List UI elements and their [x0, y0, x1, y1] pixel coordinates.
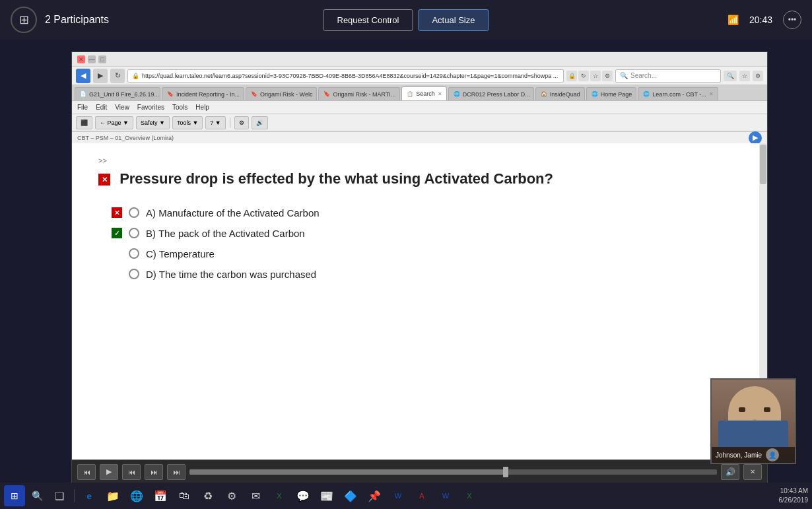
browser-minimize-button[interactable]: —	[88, 55, 96, 63]
answer-item-c[interactable]: C) Temperature	[112, 248, 741, 259]
media-fast-forward-button[interactable]: ⏭	[167, 464, 186, 480]
taskbar-search-button[interactable]: 🔍	[28, 487, 46, 505]
toolbar-safety-btn[interactable]: Safety ▼	[136, 116, 170, 129]
browser-toolbar: ⬛ ← Page ▼ Safety ▼ Tools ▼ ? ▼ ⚙ 🔊	[72, 114, 767, 131]
taskbar-news-icon[interactable]: 📰	[316, 485, 337, 506]
taskbar-xl-icon[interactable]: X	[459, 485, 480, 506]
toolbar-tools-btn[interactable]: Tools ▼	[172, 116, 203, 129]
toolbar-page-btn[interactable]: ← Page ▼	[95, 116, 133, 129]
media-rewind-button[interactable]: ⏮	[77, 464, 96, 480]
tab-favicon-homepage: 🌐	[591, 90, 599, 98]
tab-homepage[interactable]: 🌐 Home Page	[586, 87, 637, 100]
tab-close-search[interactable]: ✕	[438, 91, 442, 97]
app-logo: ⊞	[11, 7, 37, 33]
taskbar-folder-icon[interactable]: 📁	[102, 485, 123, 506]
taskbar-mail-icon[interactable]: ✉	[245, 485, 266, 506]
browser-content-area: >> ✕ Pressure drop is effected by the wh…	[72, 143, 767, 459]
media-volume-button[interactable]: 🔊	[721, 464, 739, 480]
browser-tabs: 📄 G21_Unit 8 Fire_6.26.19... 🔖 Incident …	[72, 85, 767, 101]
taskbar-blue-icon[interactable]: 🔷	[340, 485, 361, 506]
taskbar-chat-icon[interactable]: 💬	[292, 485, 314, 506]
scrollbar-thumb[interactable]	[760, 145, 766, 184]
taskbar-pin-icon[interactable]: 📌	[364, 485, 385, 506]
tab-origami-marti[interactable]: 🔖 Origami Risk - MARTI...	[318, 87, 400, 100]
tab-incident-reporting[interactable]: 🔖 Incident Reporting - In...	[162, 87, 244, 100]
fav-icon[interactable]: ☆	[739, 71, 750, 81]
browser-refresh-button[interactable]: ↻	[110, 69, 125, 83]
tab-origami-risk[interactable]: 🔖 Origami Risk - Welc	[246, 87, 317, 100]
tab-insidequad[interactable]: 🏠 InsideQuad	[535, 87, 585, 100]
taskbar-settings-icon[interactable]: ⚙	[221, 485, 242, 506]
taskbar-pdf-icon[interactable]: A	[411, 485, 432, 506]
toolbar-extra2-btn[interactable]: 🔊	[252, 116, 268, 129]
video-play-button[interactable]: ▶	[749, 131, 762, 145]
toolbar-help-btn[interactable]: ? ▼	[205, 116, 225, 129]
taskbar-start-button[interactable]: ⊞	[4, 485, 25, 506]
tab-dcr[interactable]: 🌐 DCR012 Press Labor D...	[448, 87, 534, 100]
answer-item-d[interactable]: D) The time the carbon was purchased	[112, 269, 741, 280]
tab-label-incident: Incident Reporting - In...	[176, 91, 240, 98]
settings-gear-icon[interactable]: ⚙	[753, 71, 763, 81]
taskbar-date-value: 6/26/2019	[779, 496, 809, 505]
media-skip-back-button[interactable]: ⏮	[122, 464, 141, 480]
menu-file[interactable]: File	[77, 104, 88, 111]
taskbar-store-icon[interactable]: 🛍	[174, 485, 195, 506]
media-progress-thumb[interactable]	[503, 467, 508, 477]
tab-label-insidequad: InsideQuad	[550, 91, 580, 98]
media-skip-forward-button[interactable]: ⏭	[145, 464, 163, 480]
address-bar[interactable]: 🔒 https://quad.learn.taleo.net/learn6.as…	[127, 69, 564, 83]
status-text: CBT – PSM – 01_Overview (Lomira)	[77, 135, 174, 141]
menu-edit[interactable]: Edit	[96, 104, 107, 111]
media-progress-bar[interactable]	[189, 469, 717, 475]
browser-close-button[interactable]: ✕	[77, 55, 85, 63]
menu-favorites[interactable]: Favorites	[137, 104, 164, 111]
request-control-button[interactable]: Request Control	[323, 9, 413, 31]
radio-d[interactable]	[129, 269, 139, 279]
taskbar-task-view[interactable]: ❑	[49, 485, 70, 506]
tab-fire[interactable]: 📄 G21_Unit 8 Fire_6.26.19...	[75, 87, 160, 100]
taskbar-recycle-icon[interactable]: ♻	[197, 485, 219, 506]
browser-search-box[interactable]: 🔍 Search...	[615, 69, 721, 83]
toolbar-back-btn[interactable]: ⬛	[76, 116, 92, 129]
radio-c[interactable]	[129, 248, 139, 259]
browser-back-button[interactable]: ◀	[76, 69, 90, 83]
taskbar-word2-icon[interactable]: W	[435, 485, 456, 506]
taskbar-excel-icon[interactable]: X	[269, 485, 290, 506]
answer-item-a[interactable]: ✕ A) Manufacture of the Activated Carbon	[112, 207, 741, 219]
taskbar-clock: 10:43 AM 6/26/2019	[779, 487, 809, 505]
taskbar-ie-icon[interactable]: e	[79, 485, 100, 506]
actual-size-button[interactable]: Actual Size	[418, 9, 489, 31]
menu-tools[interactable]: Tools	[172, 104, 187, 111]
tab-search[interactable]: 📋 Search ✕	[401, 86, 447, 100]
signal-icon: 📶	[727, 15, 739, 25]
browser-maximize-button[interactable]: □	[98, 55, 106, 63]
taskbar-edge-icon[interactable]: 🌐	[126, 485, 147, 506]
taskbar-calendar-icon[interactable]: 📅	[150, 485, 171, 506]
more-options-icon[interactable]: •••	[783, 11, 801, 29]
browser-forward-button[interactable]: ▶	[93, 69, 108, 83]
browser-menu-bar: File Edit View Favorites Tools Help	[72, 101, 767, 114]
menu-help[interactable]: Help	[195, 104, 209, 111]
browser-address-bar: ◀ ▶ ↻ 🔒 https://quad.learn.taleo.net/lea…	[72, 67, 767, 85]
answer-text-a: A) Manufacture of the Activated Carbon	[146, 207, 320, 219]
settings-icon[interactable]: ⚙	[602, 71, 613, 81]
search-submit-icon[interactable]: 🔍	[724, 71, 737, 81]
media-close-button[interactable]: ✕	[743, 464, 762, 480]
answer-text-d: D) The time the carbon was purchased	[146, 269, 316, 280]
answer-list: ✕ A) Manufacture of the Activated Carbon…	[98, 207, 741, 280]
tab-close-learn[interactable]: ✕	[709, 91, 714, 97]
radio-b[interactable]	[129, 228, 139, 238]
radio-a[interactable]	[129, 207, 139, 218]
answer-item-b[interactable]: ✓ B) The pack of the Activated Carbon	[112, 228, 741, 239]
media-play-button[interactable]: ▶	[100, 464, 118, 480]
taskbar-separator	[74, 489, 75, 502]
star-icon[interactable]: ☆	[590, 71, 601, 81]
tab-learn[interactable]: 🌐 Learn.com - CBT -... ✕	[638, 87, 718, 100]
taskbar-word-icon[interactable]: W	[388, 485, 409, 506]
toolbar-extra-btn[interactable]: ⚙	[234, 116, 249, 129]
media-progress-fill	[189, 469, 506, 475]
reload-icon[interactable]: ↻	[578, 71, 589, 81]
menu-view[interactable]: View	[115, 104, 129, 111]
webcam-label-bar: Johnson, Jamie 👤	[712, 447, 795, 463]
search-text: Search...	[630, 72, 657, 79]
